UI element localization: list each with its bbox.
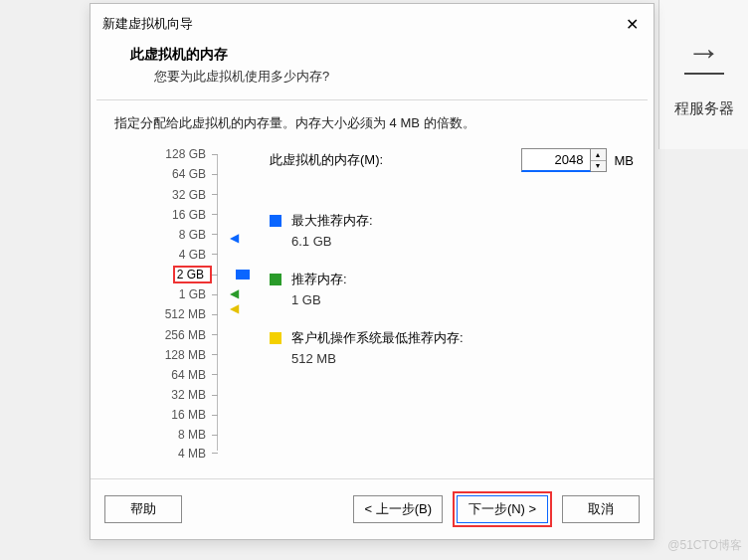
background-panel: → 程服务器 (658, 0, 748, 149)
swatch-green-icon (270, 274, 281, 285)
ruler-tick-label: 4 MB (178, 447, 212, 461)
ruler-tick-dash-icon (212, 314, 218, 315)
rec-sug-title: 推荐内存: (291, 271, 347, 288)
memory-input-row: 此虚拟机的内存(M): ▲ ▼ MB (270, 148, 634, 172)
ruler-tick-dash-icon (212, 415, 218, 416)
ruler-tick: 32 GB (108, 187, 218, 203)
ruler-tick-label: 32 MB (171, 388, 212, 402)
ruler-tick: 32 MB (108, 387, 218, 403)
ruler-tick-dash-icon (212, 194, 218, 195)
ruler-tick-label: 512 MB (165, 307, 212, 321)
description-text: 指定分配给此虚拟机的内存量。内存大小必须为 4 MB 的倍数。 (114, 114, 634, 132)
back-button[interactable]: < 上一步(B) (353, 495, 443, 523)
ruler-tick: 256 MB (108, 327, 218, 343)
ruler-tick: 16 MB (108, 407, 218, 423)
slider-column: ◀◀◀ (230, 148, 260, 457)
ruler-tick-label: 64 GB (172, 167, 212, 181)
ruler-tick-label: 8 MB (178, 428, 212, 442)
ruler-tick: 64 MB (108, 367, 218, 383)
dialog-content: 指定分配给此虚拟机的内存量。内存大小必须为 4 MB 的倍数。 128 GB64… (91, 100, 654, 478)
ruler-tick: 4 MB (108, 446, 218, 462)
header-subtitle: 您要为此虚拟机使用多少内存? (154, 68, 630, 86)
ruler-tick: 128 MB (108, 347, 218, 363)
rec-min-title: 客户机操作系统最低推荐内存: (291, 329, 464, 347)
rec-min-value: 512 MB (291, 351, 464, 366)
rec-max-title: 最大推荐内存: (291, 212, 373, 230)
spinner-down-icon[interactable]: ▼ (591, 161, 606, 172)
ruler-tick-label: 4 GB (179, 248, 212, 262)
memory-row: 128 GB64 GB32 GB16 GB8 GB4 GB2 GB1 GB512… (108, 148, 634, 457)
next-button-highlight: 下一步(N) > (453, 491, 552, 527)
titlebar: 新建虚拟机向导 ✕ (91, 4, 654, 42)
ruler-tick-dash-icon (212, 334, 218, 335)
marker-max-icon: ◀ (230, 232, 239, 244)
memory-right-column: 此虚拟机的内存(M): ▲ ▼ MB 最大推荐内存: 6.1 GB (260, 148, 634, 388)
help-button[interactable]: 帮助 (104, 495, 182, 523)
ruler-tick-label: 128 MB (165, 348, 212, 362)
ruler-tick: 1 GB (108, 286, 218, 302)
rec-sug-value: 1 GB (291, 292, 347, 307)
header-title: 此虚拟机的内存 (130, 46, 630, 64)
memory-ruler[interactable]: 128 GB64 GB32 GB16 GB8 GB4 GB2 GB1 GB512… (108, 148, 218, 457)
ruler-tick-label: 8 GB (179, 228, 212, 242)
swatch-blue-icon (270, 215, 281, 227)
bg-panel-label: 程服务器 (674, 99, 734, 118)
ruler-tick: 8 GB (108, 227, 218, 243)
watermark: @51CTO博客 (667, 537, 742, 554)
spinner-up-icon[interactable]: ▲ (591, 149, 606, 161)
ruler-tick: 64 GB (108, 166, 218, 182)
ruler-tick: 128 GB (108, 146, 218, 162)
marker-suggested-icon: ◀ (230, 287, 239, 299)
dialog-header: 此虚拟机的内存 您要为此虚拟机使用多少内存? (91, 42, 654, 99)
ruler-tick: 2 GB (108, 267, 218, 282)
ruler-tick-dash-icon (212, 234, 218, 235)
memory-spinner[interactable]: ▲ ▼ (591, 148, 607, 172)
marker-min-icon: ◀ (230, 302, 239, 314)
ruler-tick-dash-icon (212, 354, 218, 355)
dialog-footer: 帮助 < 上一步(B) 下一步(N) > 取消 (91, 478, 654, 539)
ruler-tick-label: 128 GB (165, 147, 212, 161)
next-button[interactable]: 下一步(N) > (457, 495, 548, 523)
memory-input[interactable] (521, 148, 591, 172)
close-icon[interactable]: ✕ (620, 12, 644, 36)
slider-handle[interactable] (236, 270, 250, 280)
ruler-tick-label: 16 GB (172, 208, 212, 222)
ruler-tick: 16 GB (108, 207, 218, 223)
ruler-tick-dash-icon (212, 395, 218, 396)
wizard-dialog: 新建虚拟机向导 ✕ 此虚拟机的内存 您要为此虚拟机使用多少内存? 指定分配给此虚… (90, 3, 654, 540)
ruler-tick: 512 MB (108, 306, 218, 322)
ruler-tick-dash-icon (212, 294, 218, 295)
memory-unit: MB (615, 153, 635, 168)
ruler-tick-dash-icon (212, 275, 218, 276)
ruler-tick: 8 MB (108, 427, 218, 443)
swatch-yellow-icon (270, 332, 281, 344)
ruler-tick-label: 32 GB (172, 188, 212, 202)
ruler-tick-dash-icon (212, 435, 218, 436)
ruler-tick-dash-icon (212, 374, 218, 375)
rec-min: 客户机操作系统最低推荐内存: 512 MB (270, 329, 634, 366)
arrow-right-icon: → (687, 35, 721, 69)
ruler-tick-label: 64 MB (171, 368, 212, 382)
ruler-tick-dash-icon (212, 214, 218, 215)
dialog-title: 新建虚拟机向导 (102, 15, 193, 33)
ruler-tick-label: 2 GB (173, 266, 212, 283)
rec-max-value: 6.1 GB (291, 234, 373, 249)
underline-icon (684, 73, 724, 75)
ruler-tick-label: 256 MB (165, 328, 212, 342)
ruler-tick-label: 16 MB (171, 408, 212, 422)
ruler-tick: 4 GB (108, 247, 218, 263)
rec-max: 最大推荐内存: 6.1 GB (270, 212, 634, 249)
ruler-tick-dash-icon (212, 254, 218, 255)
rec-suggested: 推荐内存: 1 GB (270, 271, 634, 307)
ruler-tick-dash-icon (212, 453, 218, 454)
ruler-tick-dash-icon (212, 174, 218, 175)
ruler-tick-dash-icon (212, 154, 218, 155)
cancel-button[interactable]: 取消 (562, 495, 640, 523)
memory-input-label: 此虚拟机的内存(M): (270, 151, 521, 169)
ruler-tick-label: 1 GB (179, 287, 212, 301)
